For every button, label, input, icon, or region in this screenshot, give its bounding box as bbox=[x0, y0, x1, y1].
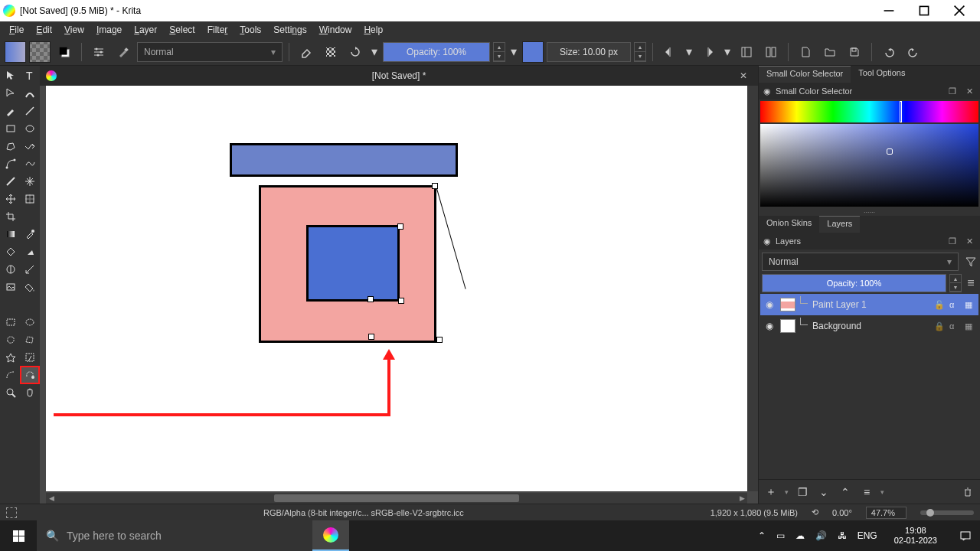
undo-button[interactable] bbox=[878, 41, 900, 63]
edit-shapes-tool[interactable] bbox=[2, 85, 20, 102]
ellipse-tool[interactable] bbox=[21, 120, 39, 137]
selection-mask-icon[interactable] bbox=[6, 507, 17, 518]
assistant-tool[interactable] bbox=[2, 261, 20, 278]
layer-props-button[interactable]: ≡ bbox=[859, 484, 874, 500]
layer-blend-combo[interactable]: Normal ▾ bbox=[762, 253, 959, 271]
sv-picker[interactable] bbox=[760, 124, 978, 207]
line-tool[interactable] bbox=[21, 103, 39, 119]
wrap-button[interactable] bbox=[736, 41, 757, 63]
menu-layer[interactable]: Layer bbox=[128, 23, 163, 37]
delete-layer-button[interactable] bbox=[960, 484, 975, 500]
redo-button[interactable] bbox=[903, 41, 924, 63]
bezier-select-tool[interactable] bbox=[2, 367, 20, 383]
reload-brush-menu[interactable]: ▾ bbox=[369, 41, 380, 63]
selection-handle[interactable] bbox=[368, 334, 374, 340]
tray-meet-icon[interactable]: ▭ bbox=[776, 530, 785, 541]
menu-image[interactable]: Image bbox=[90, 23, 128, 37]
hue-slider[interactable] bbox=[760, 101, 978, 122]
alpha-icon[interactable]: α bbox=[949, 300, 960, 309]
menu-window[interactable]: Window bbox=[313, 23, 358, 37]
tab-tool-options[interactable]: Tool Options bbox=[851, 66, 913, 83]
brush-tip-preview[interactable] bbox=[522, 41, 544, 63]
close-panel-button[interactable]: ✕ bbox=[963, 85, 975, 97]
mirror-v-menu[interactable]: ▾ bbox=[722, 41, 733, 63]
maximize-button[interactable] bbox=[906, 0, 942, 21]
brush-settings-button[interactable] bbox=[88, 41, 109, 63]
tray-chevron-icon[interactable]: ⌃ bbox=[758, 530, 766, 541]
pattern-tool[interactable] bbox=[2, 243, 20, 260]
inherit-alpha-icon[interactable]: ▦ bbox=[965, 321, 975, 331]
save-button[interactable] bbox=[844, 41, 865, 63]
color-picker-tool[interactable] bbox=[21, 226, 39, 243]
gradient-tool[interactable] bbox=[2, 226, 20, 243]
reference-tool[interactable] bbox=[2, 279, 20, 295]
layer-opacity-spin[interactable]: ▲▼ bbox=[949, 274, 962, 292]
move-down-button[interactable]: ⌄ bbox=[816, 484, 831, 500]
rectangle-tool[interactable] bbox=[2, 120, 20, 137]
menu-tools[interactable]: Tools bbox=[234, 23, 267, 37]
text-tool[interactable]: T bbox=[21, 67, 39, 84]
tab-layers[interactable]: Layers bbox=[819, 216, 860, 233]
polygon-select-tool[interactable] bbox=[21, 331, 39, 348]
ellipse-select-tool[interactable] bbox=[21, 314, 39, 331]
multibrush-tool[interactable] bbox=[21, 173, 39, 190]
menu-edit[interactable]: Edit bbox=[30, 23, 58, 37]
close-tab-button[interactable]: ✕ bbox=[735, 70, 752, 81]
eraser-button[interactable] bbox=[296, 41, 317, 63]
float-panel-button[interactable]: ❐ bbox=[946, 85, 959, 97]
contiguous-select-tool[interactable] bbox=[2, 349, 20, 366]
crop-tool[interactable] bbox=[2, 208, 20, 225]
tray-onedrive-icon[interactable]: ☁ bbox=[795, 530, 805, 541]
fill-tool[interactable] bbox=[21, 279, 39, 295]
transform2-tool[interactable] bbox=[21, 191, 39, 207]
layer-opacity-slider[interactable]: Opacity: 100% bbox=[762, 274, 946, 292]
selection-handle[interactable] bbox=[436, 337, 443, 343]
scrollbar-vertical[interactable] bbox=[747, 86, 758, 491]
tray-volume-icon[interactable]: 🔊 bbox=[815, 530, 827, 541]
opacity-menu[interactable]: ▾ bbox=[508, 41, 519, 63]
scrollbar-horizontal[interactable]: ◀▶ bbox=[46, 493, 747, 504]
bezier-tool[interactable] bbox=[2, 155, 20, 172]
start-button[interactable] bbox=[0, 520, 37, 551]
open-button[interactable] bbox=[819, 41, 841, 63]
selection-handle[interactable] bbox=[368, 296, 374, 302]
pan-tool[interactable] bbox=[21, 384, 39, 401]
minimize-button[interactable] bbox=[871, 0, 906, 21]
zoom-slider[interactable] bbox=[920, 510, 974, 515]
alpha-lock-button[interactable] bbox=[320, 41, 341, 63]
menu-file[interactable]: File bbox=[3, 23, 30, 37]
similar-select-tool[interactable] bbox=[21, 349, 39, 366]
selection-handle[interactable] bbox=[432, 183, 438, 189]
tab-small-color[interactable]: Small Color Selector bbox=[759, 66, 851, 83]
blend-mode-combo[interactable]: Normal ▾ bbox=[137, 42, 283, 62]
tray-network-icon[interactable]: 🖧 bbox=[838, 530, 847, 541]
lock-icon[interactable]: 🔒 bbox=[934, 321, 945, 331]
tab-onion-skins[interactable]: Onion Skins bbox=[759, 216, 819, 233]
dynamic-brush-tool[interactable] bbox=[2, 173, 20, 190]
new-button[interactable] bbox=[795, 41, 816, 63]
float-layers-button[interactable]: ❐ bbox=[946, 235, 959, 247]
alpha-icon[interactable]: α bbox=[949, 321, 960, 331]
menu-settings[interactable]: Settings bbox=[267, 23, 312, 37]
close-layers-button[interactable]: ✕ bbox=[963, 235, 975, 247]
tray-lang[interactable]: ENG bbox=[858, 530, 877, 541]
close-button[interactable] bbox=[942, 0, 977, 21]
layer-filter-button[interactable] bbox=[962, 253, 980, 271]
document-tab[interactable]: [Not Saved] * ✕ bbox=[40, 66, 758, 86]
taskbar-clock[interactable]: 19:08 02-01-2023 bbox=[888, 526, 943, 546]
reload-brush-button[interactable] bbox=[345, 41, 366, 63]
canvas[interactable] bbox=[46, 86, 747, 491]
zoom-value[interactable]: 47.7% bbox=[866, 507, 906, 519]
mirror-h-menu[interactable]: ▾ bbox=[684, 41, 694, 63]
size-spin[interactable]: ▲▼ bbox=[634, 42, 646, 62]
menu-help[interactable]: Help bbox=[358, 23, 389, 37]
menu-select[interactable]: Select bbox=[163, 23, 201, 37]
calligraphy-tool[interactable] bbox=[21, 85, 39, 102]
transform-tool[interactable] bbox=[2, 67, 20, 84]
selection-handle[interactable] bbox=[398, 298, 404, 304]
menu-view[interactable]: View bbox=[58, 23, 90, 37]
move-up-button[interactable]: ⌃ bbox=[838, 484, 853, 500]
opacity-slider[interactable]: Opacity: 100% bbox=[383, 42, 490, 62]
rotate-icon[interactable]: ⟲ bbox=[812, 507, 818, 517]
add-layer-button[interactable]: ＋ bbox=[763, 484, 779, 500]
